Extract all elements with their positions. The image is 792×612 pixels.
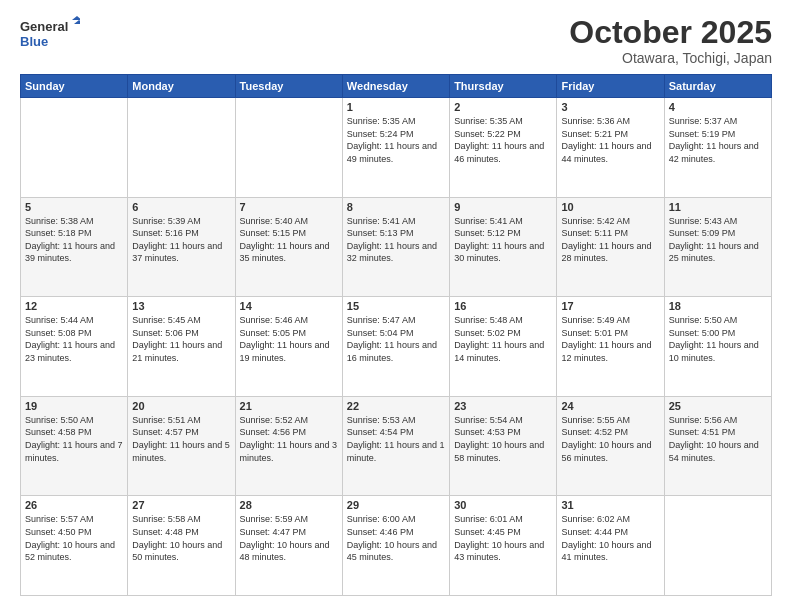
- table-row: [128, 98, 235, 198]
- table-row: 20 Sunrise: 5:51 AMSunset: 4:57 PMDaylig…: [128, 396, 235, 496]
- table-row: 27 Sunrise: 5:58 AMSunset: 4:48 PMDaylig…: [128, 496, 235, 596]
- calendar-row: 12 Sunrise: 5:44 AMSunset: 5:08 PMDaylig…: [21, 297, 772, 397]
- day-number: 11: [669, 201, 767, 213]
- calendar-row: 5 Sunrise: 5:38 AMSunset: 5:18 PMDayligh…: [21, 197, 772, 297]
- cell-info: Sunrise: 5:38 AMSunset: 5:18 PMDaylight:…: [25, 216, 115, 264]
- svg-text:Blue: Blue: [20, 34, 48, 49]
- col-tuesday: Tuesday: [235, 75, 342, 98]
- day-number: 20: [132, 400, 230, 412]
- cell-info: Sunrise: 5:51 AMSunset: 4:57 PMDaylight:…: [132, 415, 230, 463]
- day-number: 12: [25, 300, 123, 312]
- cell-info: Sunrise: 5:54 AMSunset: 4:53 PMDaylight:…: [454, 415, 544, 463]
- day-number: 31: [561, 499, 659, 511]
- table-row: 18 Sunrise: 5:50 AMSunset: 5:00 PMDaylig…: [664, 297, 771, 397]
- logo: General Blue: [20, 16, 80, 52]
- day-number: 9: [454, 201, 552, 213]
- cell-info: Sunrise: 5:35 AMSunset: 5:22 PMDaylight:…: [454, 116, 544, 164]
- logo-svg: General Blue: [20, 16, 80, 52]
- day-number: 5: [25, 201, 123, 213]
- cell-info: Sunrise: 5:43 AMSunset: 5:09 PMDaylight:…: [669, 216, 759, 264]
- table-row: 13 Sunrise: 5:45 AMSunset: 5:06 PMDaylig…: [128, 297, 235, 397]
- day-number: 13: [132, 300, 230, 312]
- col-thursday: Thursday: [450, 75, 557, 98]
- cell-info: Sunrise: 5:50 AMSunset: 4:58 PMDaylight:…: [25, 415, 123, 463]
- header: General Blue October 2025 Otawara, Tochi…: [20, 16, 772, 66]
- day-number: 26: [25, 499, 123, 511]
- day-number: 3: [561, 101, 659, 113]
- table-row: [664, 496, 771, 596]
- cell-info: Sunrise: 6:02 AMSunset: 4:44 PMDaylight:…: [561, 514, 651, 562]
- day-number: 29: [347, 499, 445, 511]
- cell-info: Sunrise: 5:55 AMSunset: 4:52 PMDaylight:…: [561, 415, 651, 463]
- table-row: 6 Sunrise: 5:39 AMSunset: 5:16 PMDayligh…: [128, 197, 235, 297]
- day-number: 2: [454, 101, 552, 113]
- table-row: 26 Sunrise: 5:57 AMSunset: 4:50 PMDaylig…: [21, 496, 128, 596]
- cell-info: Sunrise: 5:41 AMSunset: 5:13 PMDaylight:…: [347, 216, 437, 264]
- table-row: 21 Sunrise: 5:52 AMSunset: 4:56 PMDaylig…: [235, 396, 342, 496]
- cell-info: Sunrise: 6:01 AMSunset: 4:45 PMDaylight:…: [454, 514, 544, 562]
- table-row: 1 Sunrise: 5:35 AMSunset: 5:24 PMDayligh…: [342, 98, 449, 198]
- col-saturday: Saturday: [664, 75, 771, 98]
- cell-info: Sunrise: 5:39 AMSunset: 5:16 PMDaylight:…: [132, 216, 222, 264]
- day-number: 19: [25, 400, 123, 412]
- cell-info: Sunrise: 5:59 AMSunset: 4:47 PMDaylight:…: [240, 514, 330, 562]
- day-number: 30: [454, 499, 552, 511]
- calendar-row: 19 Sunrise: 5:50 AMSunset: 4:58 PMDaylig…: [21, 396, 772, 496]
- table-row: [21, 98, 128, 198]
- table-row: 10 Sunrise: 5:42 AMSunset: 5:11 PMDaylig…: [557, 197, 664, 297]
- table-row: 11 Sunrise: 5:43 AMSunset: 5:09 PMDaylig…: [664, 197, 771, 297]
- day-number: 7: [240, 201, 338, 213]
- day-number: 21: [240, 400, 338, 412]
- cell-info: Sunrise: 5:40 AMSunset: 5:15 PMDaylight:…: [240, 216, 330, 264]
- day-number: 18: [669, 300, 767, 312]
- cell-info: Sunrise: 5:47 AMSunset: 5:04 PMDaylight:…: [347, 315, 437, 363]
- cell-info: Sunrise: 5:56 AMSunset: 4:51 PMDaylight:…: [669, 415, 759, 463]
- table-row: 2 Sunrise: 5:35 AMSunset: 5:22 PMDayligh…: [450, 98, 557, 198]
- cell-info: Sunrise: 5:42 AMSunset: 5:11 PMDaylight:…: [561, 216, 651, 264]
- svg-marker-2: [72, 16, 80, 20]
- table-row: 12 Sunrise: 5:44 AMSunset: 5:08 PMDaylig…: [21, 297, 128, 397]
- day-number: 23: [454, 400, 552, 412]
- day-number: 14: [240, 300, 338, 312]
- cell-info: Sunrise: 5:37 AMSunset: 5:19 PMDaylight:…: [669, 116, 759, 164]
- table-row: 3 Sunrise: 5:36 AMSunset: 5:21 PMDayligh…: [557, 98, 664, 198]
- day-number: 8: [347, 201, 445, 213]
- cell-info: Sunrise: 5:41 AMSunset: 5:12 PMDaylight:…: [454, 216, 544, 264]
- calendar-table: Sunday Monday Tuesday Wednesday Thursday…: [20, 74, 772, 596]
- title-block: October 2025 Otawara, Tochigi, Japan: [569, 16, 772, 66]
- table-row: 30 Sunrise: 6:01 AMSunset: 4:45 PMDaylig…: [450, 496, 557, 596]
- day-number: 17: [561, 300, 659, 312]
- svg-text:General: General: [20, 19, 68, 34]
- day-number: 28: [240, 499, 338, 511]
- col-sunday: Sunday: [21, 75, 128, 98]
- day-number: 16: [454, 300, 552, 312]
- col-wednesday: Wednesday: [342, 75, 449, 98]
- cell-info: Sunrise: 5:46 AMSunset: 5:05 PMDaylight:…: [240, 315, 330, 363]
- calendar-page: General Blue October 2025 Otawara, Tochi…: [0, 0, 792, 612]
- cell-info: Sunrise: 6:00 AMSunset: 4:46 PMDaylight:…: [347, 514, 437, 562]
- table-row: 4 Sunrise: 5:37 AMSunset: 5:19 PMDayligh…: [664, 98, 771, 198]
- col-friday: Friday: [557, 75, 664, 98]
- cell-info: Sunrise: 5:52 AMSunset: 4:56 PMDaylight:…: [240, 415, 338, 463]
- cell-info: Sunrise: 5:36 AMSunset: 5:21 PMDaylight:…: [561, 116, 651, 164]
- location-subtitle: Otawara, Tochigi, Japan: [569, 50, 772, 66]
- day-number: 15: [347, 300, 445, 312]
- table-row: 17 Sunrise: 5:49 AMSunset: 5:01 PMDaylig…: [557, 297, 664, 397]
- cell-info: Sunrise: 5:45 AMSunset: 5:06 PMDaylight:…: [132, 315, 222, 363]
- cell-info: Sunrise: 5:35 AMSunset: 5:24 PMDaylight:…: [347, 116, 437, 164]
- col-monday: Monday: [128, 75, 235, 98]
- cell-info: Sunrise: 5:50 AMSunset: 5:00 PMDaylight:…: [669, 315, 759, 363]
- cell-info: Sunrise: 5:58 AMSunset: 4:48 PMDaylight:…: [132, 514, 222, 562]
- day-number: 24: [561, 400, 659, 412]
- table-row: 16 Sunrise: 5:48 AMSunset: 5:02 PMDaylig…: [450, 297, 557, 397]
- month-title: October 2025: [569, 16, 772, 48]
- table-row: 8 Sunrise: 5:41 AMSunset: 5:13 PMDayligh…: [342, 197, 449, 297]
- calendar-row: 1 Sunrise: 5:35 AMSunset: 5:24 PMDayligh…: [21, 98, 772, 198]
- cell-info: Sunrise: 5:53 AMSunset: 4:54 PMDaylight:…: [347, 415, 445, 463]
- cell-info: Sunrise: 5:44 AMSunset: 5:08 PMDaylight:…: [25, 315, 115, 363]
- table-row: 22 Sunrise: 5:53 AMSunset: 4:54 PMDaylig…: [342, 396, 449, 496]
- table-row: 29 Sunrise: 6:00 AMSunset: 4:46 PMDaylig…: [342, 496, 449, 596]
- table-row: 5 Sunrise: 5:38 AMSunset: 5:18 PMDayligh…: [21, 197, 128, 297]
- calendar-header-row: Sunday Monday Tuesday Wednesday Thursday…: [21, 75, 772, 98]
- day-number: 4: [669, 101, 767, 113]
